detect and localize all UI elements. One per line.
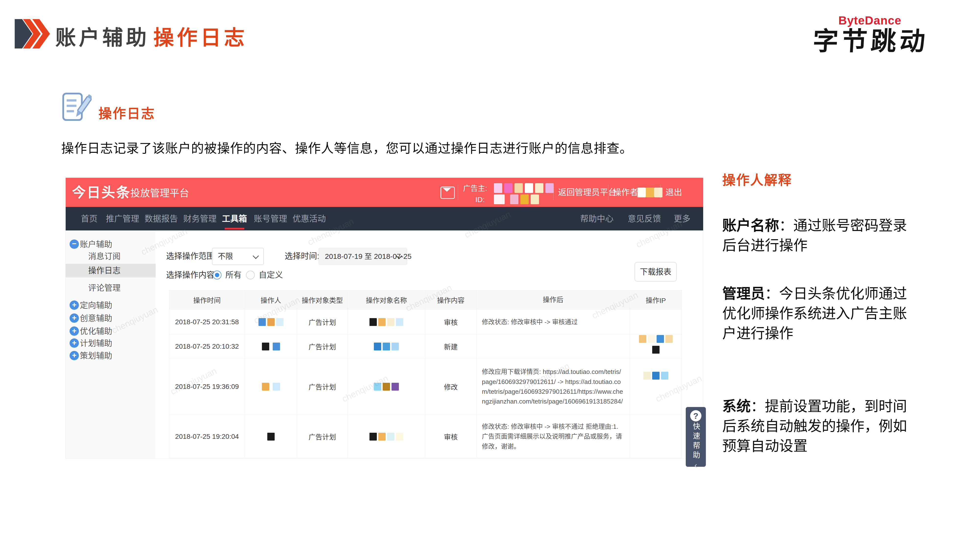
redacted-ip xyxy=(643,372,668,380)
nav-item-feedback[interactable]: 意见反馈 xyxy=(628,207,661,230)
bytedance-logo: ByteDance 字节跳动 xyxy=(813,14,942,55)
explanation-item-admin: 管理员：今日头条优化师通过优化师操作系统进入广告主账户进行操作 xyxy=(722,284,916,343)
radio-all-label[interactable]: 所有 xyxy=(225,268,242,282)
expand-group-icon[interactable]: + xyxy=(70,338,79,348)
radio-all[interactable] xyxy=(213,271,221,279)
nav-item-toolbox[interactable]: 工具箱 xyxy=(222,207,247,230)
col-header-time: 操作时间 xyxy=(169,291,245,309)
section-heading: 操作日志 xyxy=(99,103,155,122)
header-divider xyxy=(608,185,609,200)
col-header-after: 操作后 xyxy=(477,291,630,309)
time-filter-label: 选择时间: xyxy=(285,249,319,263)
title-prefix: 账户辅助 xyxy=(56,26,150,49)
expand-group-icon[interactable]: + xyxy=(70,313,79,323)
ad-platform-screenshot: 今日头条 投放管理平台 广告主: ID: 返回管理员平台 操作者: 退出 首 xyxy=(66,178,703,459)
radio-custom[interactable] xyxy=(246,271,255,279)
col-header-object-name: 操作对象名称 xyxy=(348,291,425,309)
download-report-button[interactable]: 下载报表 xyxy=(635,262,677,282)
col-header-content: 操作内容 xyxy=(425,291,477,309)
quick-help-tab[interactable]: ? 快速帮助 ‹ xyxy=(686,407,706,467)
sidebar-item-operation-log[interactable]: 操作日志 xyxy=(66,264,156,278)
sidebar-group-strategy-assist[interactable]: + 策划辅助 xyxy=(66,349,156,363)
quick-help-label: 快速帮助 xyxy=(690,422,701,460)
slide-chevron-logo xyxy=(15,19,54,49)
expand-group-icon[interactable]: + xyxy=(70,300,79,310)
header-divider xyxy=(660,185,660,200)
sidebar-item-comment-manage[interactable]: 评论管理 xyxy=(66,281,156,295)
nav-item-home[interactable]: 首页 xyxy=(81,207,97,230)
header-divider xyxy=(553,185,554,200)
collapse-group-icon[interactable]: − xyxy=(70,240,79,249)
table-row: 2018-07-25 19:20:04 广告计划 审核 修改状态: 修改审核中 … xyxy=(169,415,682,458)
advertiser-label: 广告主: xyxy=(463,183,487,194)
mail-icon[interactable] xyxy=(441,187,455,199)
redacted-operator xyxy=(262,383,280,391)
nav-item-offers[interactable]: 优惠活动 xyxy=(293,207,326,230)
title-highlight: 操作日志 xyxy=(153,26,247,49)
header-divider xyxy=(458,185,458,200)
date-range-select[interactable]: 2018-07-19 至 2018-07-25 xyxy=(318,248,407,265)
col-header-ip: 操作IP xyxy=(630,291,682,309)
expand-group-icon[interactable]: + xyxy=(70,326,79,336)
explanation-title: 操作人解释 xyxy=(722,170,792,189)
redacted-operator xyxy=(262,343,280,351)
redacted-object-name xyxy=(374,343,399,351)
table-row: 2018-07-25 20:10:32 广告计划 新建 xyxy=(169,335,682,359)
sidebar-group-targeting-assist[interactable]: + 定向辅助 xyxy=(66,299,156,312)
table-header-row: 操作时间 操作人 操作对象类型 操作对象名称 操作内容 操作后 操作IP xyxy=(169,291,682,310)
redacted-advertiser-id xyxy=(494,194,539,204)
content-filter-label: 选择操作内容: xyxy=(166,268,217,282)
col-header-operator: 操作人 xyxy=(245,291,297,309)
sidebar-group-plan-assist[interactable]: + 计划辅助 xyxy=(66,337,156,350)
expand-group-icon[interactable]: + xyxy=(70,351,79,360)
toutiao-logo: 今日头条 xyxy=(72,178,131,207)
chevron-down-icon xyxy=(253,253,259,259)
explanation-item-system: 系统：提前设置功能，到时间后系统自动触发的操作，例如预算自动设置 xyxy=(722,396,916,456)
question-mark-icon: ? xyxy=(690,410,702,421)
nav-item-more[interactable]: 更多 xyxy=(674,207,690,230)
bytedance-logo-cn: 字节跳动 xyxy=(812,27,942,55)
advertiser-id-label: ID: xyxy=(475,194,485,205)
redacted-ip xyxy=(639,335,673,354)
scope-filter-label: 选择操作范围: xyxy=(166,249,217,263)
collapse-arrow-icon: ‹ xyxy=(686,460,706,470)
platform-header: 今日头条 投放管理平台 广告主: ID: 返回管理员平台 操作者: 退出 xyxy=(66,178,703,207)
sidebar-group-optimize-assist[interactable]: + 优化辅助 xyxy=(66,324,156,338)
redacted-operator-name xyxy=(638,187,662,197)
sidebar-group-creative-assist[interactable]: + 创意辅助 xyxy=(66,311,156,325)
scope-select[interactable]: 不限 xyxy=(212,248,264,265)
slide: 账户辅助操作日志 ByteDance 字节跳动 操作日志 操作日志记录了该账户的… xyxy=(0,0,980,551)
logout-link[interactable]: 退出 xyxy=(665,178,682,207)
redacted-object-name xyxy=(369,318,403,326)
redacted-object-name xyxy=(374,383,399,391)
back-to-admin-link[interactable]: 返回管理员平台 xyxy=(558,178,616,207)
table-row: 2018-07-25 20:31:58 广告计划 审核 修改状态: 修改审核中 … xyxy=(169,310,682,335)
col-header-object-type: 操作对象类型 xyxy=(297,291,348,309)
nav-item-finance[interactable]: 财务管理 xyxy=(183,207,216,230)
platform-nav: 首页 推广管理 数据报告 财务管理 工具箱 账号管理 优惠活动 帮助中心 意见反… xyxy=(66,207,703,230)
page-title: 账户辅助操作日志 xyxy=(56,21,247,51)
nav-item-reports[interactable]: 数据报告 xyxy=(145,207,178,230)
redacted-operator xyxy=(267,433,275,441)
description-text: 操作日志记录了该账户的被操作的内容、操作人等信息，您可以通过操作日志进行账户的信… xyxy=(61,138,747,157)
nav-item-account[interactable]: 账号管理 xyxy=(254,207,287,230)
radio-custom-label[interactable]: 自定义 xyxy=(259,268,283,282)
redacted-operator xyxy=(258,318,283,326)
nav-item-promotion[interactable]: 推广管理 xyxy=(106,207,139,230)
table-row: 2018-07-25 19:36:09 广告计划 修改 修改应用下载详情页: h… xyxy=(169,359,682,415)
redacted-object-name xyxy=(369,433,403,441)
operator-label: 操作者: xyxy=(613,178,640,207)
operation-log-table: 操作时间 操作人 操作对象类型 操作对象名称 操作内容 操作后 操作IP 201… xyxy=(169,290,682,458)
platform-name: 投放管理平台 xyxy=(130,178,189,207)
sidebar-item-message-subscribe[interactable]: 消息订阅 xyxy=(66,249,156,263)
explanation-item-account: 账户名称：通过账号密码登录后台进行操作 xyxy=(722,216,916,255)
notepad-pencil-icon xyxy=(61,92,92,124)
redacted-advertiser-name xyxy=(494,183,554,193)
sidebar-group-account-assist[interactable]: − 账户辅助 xyxy=(66,238,156,251)
nav-item-help-center[interactable]: 帮助中心 xyxy=(580,207,614,230)
bytedance-logo-en: ByteDance xyxy=(813,14,942,27)
